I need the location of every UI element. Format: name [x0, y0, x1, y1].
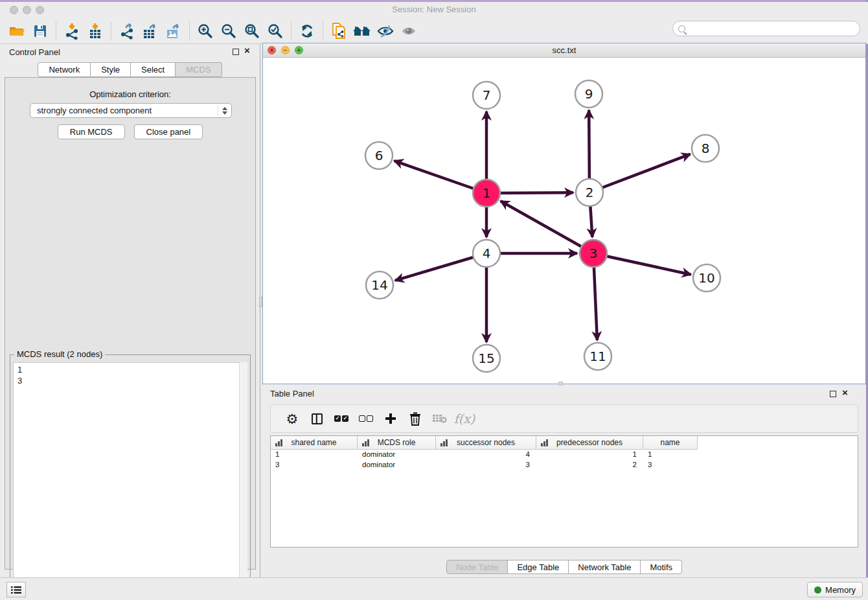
column-header-predecessor-nodes[interactable]: predecessor nodes [536, 436, 643, 450]
cell-name[interactable]: 1 [643, 450, 698, 460]
cell-MCDS-role[interactable]: dominator [358, 460, 436, 470]
table-panel: Table Panel × ⚙ ✓✓ [262, 386, 866, 577]
graph-edge-3-1[interactable] [501, 201, 593, 253]
graph-node-6[interactable]: 6 [365, 142, 393, 169]
show-panels-button[interactable] [6, 582, 26, 597]
graph-edge-1-6[interactable] [394, 161, 486, 193]
tab-style[interactable]: Style [91, 62, 131, 77]
column-header-shared-name[interactable]: shared name [271, 436, 358, 450]
add-column-button[interactable] [378, 407, 403, 430]
network-canvas[interactable]: 1234678910111415 [263, 58, 865, 384]
cell-shared-name[interactable]: 3 [271, 460, 358, 470]
tab-network[interactable]: Network [38, 62, 91, 77]
graph-node-label: 7 [483, 87, 491, 103]
close-panel-icon[interactable]: × [244, 45, 250, 56]
cell-predecessor-nodes[interactable]: 1 [536, 450, 643, 460]
float-panel-icon[interactable] [830, 391, 836, 397]
column-sort-icon[interactable] [440, 439, 448, 448]
status-bar: Memory [0, 577, 868, 600]
cell-MCDS-role[interactable]: dominator [358, 450, 436, 460]
select-all-rows-button[interactable]: ✓✓ [329, 407, 354, 430]
home-button[interactable] [350, 21, 374, 41]
tab-mcds[interactable]: MCDS [176, 62, 222, 77]
show-columns-button[interactable] [304, 407, 329, 430]
node-table: shared nameMCDS rolesuccessor nodesprede… [270, 435, 858, 548]
zoom-in-button[interactable] [194, 21, 217, 41]
column-sort-icon[interactable] [275, 439, 282, 448]
mcds-result-text[interactable]: 1 3 [13, 362, 247, 598]
graph-node-label: 8 [702, 141, 710, 156]
close-panel-icon[interactable]: × [842, 387, 848, 398]
table-row[interactable]: 1dominator411 [271, 450, 858, 460]
eye-button[interactable] [397, 21, 420, 41]
column-header-name[interactable]: name [643, 436, 698, 450]
deselect-all-rows-button[interactable] [354, 407, 378, 430]
float-panel-icon[interactable] [233, 49, 239, 55]
table-settings-button[interactable]: ⚙ [280, 407, 304, 430]
graph-node-8[interactable]: 8 [692, 135, 719, 162]
close-panel-button[interactable]: Close panel [134, 124, 203, 139]
graph-node-7[interactable]: 7 [473, 82, 500, 109]
import-table-icon [87, 23, 104, 40]
cell-predecessor-nodes[interactable]: 2 [536, 460, 643, 470]
graph-node-11[interactable]: 11 [584, 343, 611, 370]
tab-select[interactable]: Select [131, 62, 176, 77]
import-network-button[interactable] [60, 21, 84, 41]
show-hide-graphics-button[interactable] [374, 21, 397, 41]
graph-edge-3-10[interactable] [593, 253, 691, 275]
toolbar-separator [189, 22, 190, 40]
run-mcds-button[interactable]: Run MCDS [58, 124, 125, 139]
graph-node-15[interactable]: 15 [473, 345, 500, 372]
duplicate-network-button[interactable] [327, 21, 350, 41]
table-body: 1dominator4113dominator323 [271, 450, 858, 470]
export-image-button[interactable] [162, 21, 185, 41]
search-input[interactable] [689, 23, 860, 34]
column-header-MCDS-role[interactable]: MCDS role [358, 436, 436, 450]
network-view-window: × − + scc.txt 1234678910111415 [262, 43, 866, 384]
save-session-button[interactable] [29, 21, 52, 41]
plus-icon [384, 412, 397, 425]
open-session-button[interactable] [5, 21, 29, 41]
export-table-button[interactable] [139, 21, 162, 41]
graph-edge-2-8[interactable] [589, 154, 691, 192]
criterion-select[interactable]: strongly connected component [30, 103, 232, 118]
column-header-successor-nodes[interactable]: successor nodes [436, 436, 536, 450]
memory-status-icon [814, 586, 821, 594]
graph-node-1[interactable]: 1 [473, 179, 500, 207]
eye-slash-icon [376, 23, 394, 40]
mcds-tab-content: Optimization criterion: strongly connect… [5, 77, 256, 570]
column-sort-icon[interactable] [541, 439, 548, 448]
graph-node-10[interactable]: 10 [693, 264, 720, 292]
memory-button[interactable]: Memory [807, 582, 863, 597]
zoom-selected-button[interactable] [264, 21, 287, 41]
export-network-button[interactable] [115, 21, 139, 41]
column-sort-icon[interactable] [362, 439, 369, 448]
cell-shared-name[interactable]: 1 [271, 450, 358, 460]
delete-table-button[interactable] [428, 407, 452, 430]
cell-name[interactable]: 3 [643, 460, 698, 470]
tab-network-table[interactable]: Network Table [569, 560, 641, 574]
table-row[interactable]: 3dominator323 [271, 460, 858, 470]
refresh-button[interactable] [295, 21, 319, 41]
tab-motifs[interactable]: Motifs [641, 560, 682, 574]
graph-node-2[interactable]: 2 [576, 179, 603, 206]
zoom-in-icon [197, 23, 214, 40]
zoom-fit-button[interactable] [240, 21, 264, 41]
criterion-value: strongly connected component [37, 106, 218, 115]
graph-node-14[interactable]: 14 [366, 271, 393, 299]
result-scrollbar[interactable] [239, 362, 247, 598]
mcds-result-field: MCDS result (2 nodes) 1 3 [10, 354, 251, 600]
zoom-out-button[interactable] [217, 21, 240, 41]
delete-column-button[interactable] [403, 407, 428, 430]
cell-successor-nodes[interactable]: 4 [436, 450, 536, 460]
function-builder-button[interactable]: f(x) [452, 407, 477, 430]
tab-edge-table[interactable]: Edge Table [508, 560, 569, 574]
delete-table-icon [432, 413, 448, 424]
cell-successor-nodes[interactable]: 3 [436, 460, 536, 470]
table-toolbar: ⚙ ✓✓ [270, 404, 858, 433]
graph-node-3[interactable]: 3 [580, 240, 607, 267]
tab-node-table[interactable]: Node Table [446, 560, 508, 574]
graph-node-9[interactable]: 9 [575, 80, 602, 108]
graph-node-4[interactable]: 4 [473, 240, 500, 267]
import-table-button[interactable] [84, 21, 107, 41]
